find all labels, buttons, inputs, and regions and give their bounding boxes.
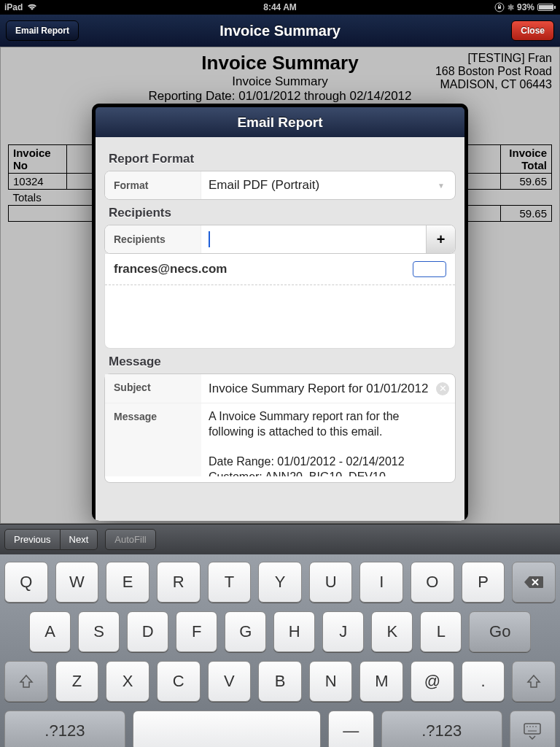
wifi-icon [27,4,37,11]
next-button[interactable]: Next [61,529,98,550]
key-at[interactable]: @ [411,661,454,702]
svg-rect-1 [498,7,501,9]
subject-text: Invoice Summary Report for 01/01/2012 [209,382,428,395]
key-undo[interactable]: — [328,711,374,747]
message-textarea[interactable]: A Invoice Summary report ran for the fol… [201,403,455,476]
email-report-modal: Email Report Report Format Format Email … [92,104,468,521]
key-e[interactable]: E [106,562,149,603]
key-shift-right[interactable] [512,661,556,702]
keyboard-row-4: .?123 — .?123 [4,711,556,747]
recipient-email: frances@necs.com [114,262,227,276]
message-section-title: Message [109,355,456,369]
chevron-down-icon: ▼ [438,182,445,190]
bluetooth-icon: ✱ [508,3,514,12]
key-hide-keyboard[interactable] [510,711,556,747]
clock: 8:44 AM [263,2,297,12]
autofill-button[interactable]: AutoFill [105,529,155,550]
recipient-action-button[interactable] [413,261,446,277]
add-recipient-button[interactable]: + [426,225,455,253]
key-h[interactable]: H [273,611,315,652]
svg-rect-2 [524,724,540,734]
format-section-title: Report Format [109,152,456,166]
key-l[interactable]: L [420,611,462,652]
key-q[interactable]: Q [4,562,48,603]
close-button[interactable]: Close [511,20,554,41]
previous-button[interactable]: Previous [4,529,61,550]
page-title: Invoice Summary [0,23,560,39]
key-z[interactable]: Z [55,661,99,702]
key-i[interactable]: I [359,562,403,603]
key-numbers-right[interactable]: .?123 [381,711,502,747]
text-cursor [209,231,210,247]
key-x[interactable]: X [106,661,149,702]
format-label: Format [105,171,201,199]
key-c[interactable]: C [157,661,201,702]
recipient-list: frances@necs.com [104,254,456,349]
key-b[interactable]: B [258,661,302,702]
key-numbers-left[interactable]: .?123 [4,711,125,747]
key-f[interactable]: F [176,611,217,652]
clear-subject-button[interactable]: ✕ [436,382,449,395]
key-shift-left[interactable] [4,661,48,702]
keyboard-row-1: Q W E R T Y U I O P [4,562,556,603]
key-m[interactable]: M [359,661,403,702]
key-backspace[interactable] [512,562,556,603]
key-w[interactable]: W [55,562,99,603]
orientation-lock-icon [494,2,505,12]
key-u[interactable]: U [309,562,353,603]
email-report-button[interactable]: Email Report [6,20,79,41]
status-bar: iPad 8:44 AM ✱ 93% [0,0,560,15]
key-period[interactable]: . [462,661,505,702]
nav-bar: Email Report Invoice Summary Close [0,15,560,47]
recipient-item[interactable]: frances@necs.com [105,254,455,285]
battery-icon [537,4,556,11]
key-r[interactable]: R [157,562,201,603]
modal-title: Email Report [92,104,468,137]
key-go[interactable]: Go [469,611,531,652]
message-label: Message [105,403,201,476]
key-t[interactable]: T [208,562,252,603]
key-d[interactable]: D [127,611,168,652]
recipients-label: Recipients [105,225,201,253]
key-v[interactable]: V [208,661,252,702]
key-p[interactable]: P [462,562,505,603]
key-space[interactable] [133,711,321,747]
device-label: iPad [4,2,23,12]
key-g[interactable]: G [225,611,266,652]
format-value: Email PDF (Portrait) [209,178,319,193]
key-o[interactable]: O [411,562,454,603]
keyboard-accessory: Previous Next AutoFill [0,524,560,554]
recipients-input[interactable] [201,225,426,253]
keyboard-row-3: Z X C V B N M @ . [4,661,556,702]
key-y[interactable]: Y [258,562,302,603]
recipients-section-title: Recipients [109,206,456,220]
key-s[interactable]: S [78,611,120,652]
format-dropdown[interactable]: Format Email PDF (Portrait) ▼ [104,171,456,200]
keyboard: Q W E R T Y U I O P A S D F G H J K L Go… [0,554,560,747]
key-j[interactable]: J [322,611,364,652]
keyboard-row-2: A S D F G H J K L Go [4,611,556,652]
subject-label: Subject [105,374,201,403]
subject-input[interactable]: Invoice Summary Report for 01/01/2012 ✕ [201,376,455,402]
key-k[interactable]: K [371,611,413,652]
battery-pct: 93% [517,2,534,12]
key-n[interactable]: N [309,661,353,702]
key-a[interactable]: A [29,611,71,652]
